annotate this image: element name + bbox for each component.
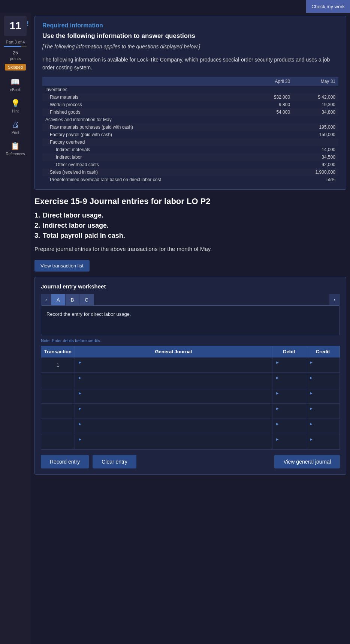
row-may [293,86,338,93]
list-item: 1. Direct labor usage. [34,212,346,219]
entry-instruction-text: Record the entry for direct labor usage. [46,311,131,317]
row-label: Finished goods [42,108,254,116]
credit-input[interactable] [309,442,337,447]
general-journal-input[interactable] [78,411,269,417]
sidebar: 11 Part 3 of 4 25 points Skipped 📖 eBook… [0,13,31,644]
credit-cell[interactable]: ► [306,434,340,450]
general-journal-input[interactable] [78,442,269,447]
debit-cell[interactable]: ► [272,419,306,434]
print-label: Print [12,131,19,135]
table-row: Indirect labor 34,500 [42,153,338,161]
credit-input[interactable] [309,381,337,386]
row-label: Inventories [42,86,254,93]
general-journal-input[interactable] [78,396,269,401]
debit-cell[interactable]: ► [272,404,306,419]
check-my-work-button[interactable]: Check my work [306,0,350,13]
sidebar-item-ebook[interactable]: 📖 eBook [10,77,21,92]
exercise-heading: Exercise 15-9 Journal entries for labor … [34,197,346,206]
hint-label: Hint [12,109,19,113]
journal-row: 1 ► ► ► [41,357,340,373]
page-layout: 11 Part 3 of 4 25 points Skipped 📖 eBook… [0,13,350,644]
general-journal-cell[interactable]: ► [75,388,272,404]
arrow-indicator: ► [309,360,313,365]
sidebar-item-hint[interactable]: 💡 Hint [10,98,21,113]
table-row: Indirect materials 14,000 [42,146,338,153]
general-journal-cell[interactable]: ► [75,419,272,434]
row-may [293,138,338,146]
table-row: Work in process 9,800 19,300 [42,101,338,108]
col-credit: Credit [306,346,340,357]
debit-cell[interactable]: ► [272,357,306,373]
tab-prev-button[interactable]: ‹ [41,294,51,305]
row-may [293,116,338,123]
col-general-journal: General Journal [75,346,272,357]
general-journal-input[interactable] [78,365,269,371]
row-label: Indirect labor [42,153,254,161]
row-label: Raw materials purchases (paid with cash) [42,123,254,131]
row-may: 14,000 [293,146,338,153]
tab-c-button[interactable]: C [79,294,94,305]
sidebar-item-print[interactable]: 🖨 Print [10,119,21,135]
row-may: 19,300 [293,101,338,108]
general-journal-cell[interactable]: ► [75,404,272,419]
arrow-indicator: ► [275,375,280,380]
sidebar-item-references[interactable]: 📋 References [6,141,25,156]
arrow-indicator: ► [309,375,313,380]
ebook-label: eBook [10,88,21,92]
debit-input[interactable] [275,427,303,432]
clear-entry-button[interactable]: Clear entry [93,455,136,468]
debit-input[interactable] [275,396,303,401]
credit-input[interactable] [309,365,337,371]
part-label: Part 3 of 4 [6,40,25,44]
arrow-indicator: ► [78,406,82,411]
row-label: Other overhead costs [42,161,254,168]
transaction-cell [41,388,75,404]
debit-input[interactable] [275,411,303,417]
transaction-cell [41,419,75,434]
skipped-badge: Skipped [5,64,26,71]
general-journal-cell[interactable]: ► [75,357,272,373]
record-entry-button[interactable]: Record entry [41,455,89,468]
row-may: 150,000 [293,131,338,138]
col-debit: Debit [272,346,306,357]
tab-navigation: ‹ A B C › [41,294,340,305]
row-april: 54,000 [254,108,293,116]
debit-input[interactable] [275,442,303,447]
view-general-journal-button[interactable]: View general journal [274,455,340,468]
debit-cell[interactable]: ► [272,434,306,450]
table-row: Predetermined overhead rate based on dir… [42,176,338,183]
table-row: Factory overhead [42,138,338,146]
ebook-icon: 📖 [10,77,21,87]
tab-a-button[interactable]: A [51,294,66,305]
bottom-buttons: Record entry Clear entry View general jo… [41,455,340,468]
credit-input[interactable] [309,411,337,417]
transaction-cell [41,373,75,388]
transaction-cell [41,434,75,450]
general-journal-input[interactable] [78,427,269,432]
list-num-1: 1. [34,212,41,219]
credit-cell[interactable]: ► [306,388,340,404]
journal-row: ► ► ► [41,388,340,404]
debit-cell[interactable]: ► [272,373,306,388]
credit-cell[interactable]: ► [306,419,340,434]
row-april: $32,000 [254,93,293,101]
general-journal-input[interactable] [78,381,269,386]
prepare-text: Prepare journal entries for the above tr… [34,245,346,254]
credit-cell[interactable]: ► [306,404,340,419]
debit-input[interactable] [275,381,303,386]
general-journal-cell[interactable]: ► [75,373,272,388]
row-label: Work in process [42,101,254,108]
view-transaction-list-button[interactable]: View transaction list [34,260,90,272]
debit-cell[interactable]: ► [272,388,306,404]
tab-next-button[interactable]: › [329,294,340,305]
debit-input[interactable] [275,365,303,371]
row-april [254,131,293,138]
general-journal-cell[interactable]: ► [75,434,272,450]
credit-input[interactable] [309,427,337,432]
credit-cell[interactable]: ► [306,357,340,373]
row-label: Factory payroll (paid with cash) [42,131,254,138]
credit-input[interactable] [309,396,337,401]
tab-b-button[interactable]: B [66,294,80,305]
credit-cell[interactable]: ► [306,373,340,388]
references-icon: 📋 [10,141,21,151]
